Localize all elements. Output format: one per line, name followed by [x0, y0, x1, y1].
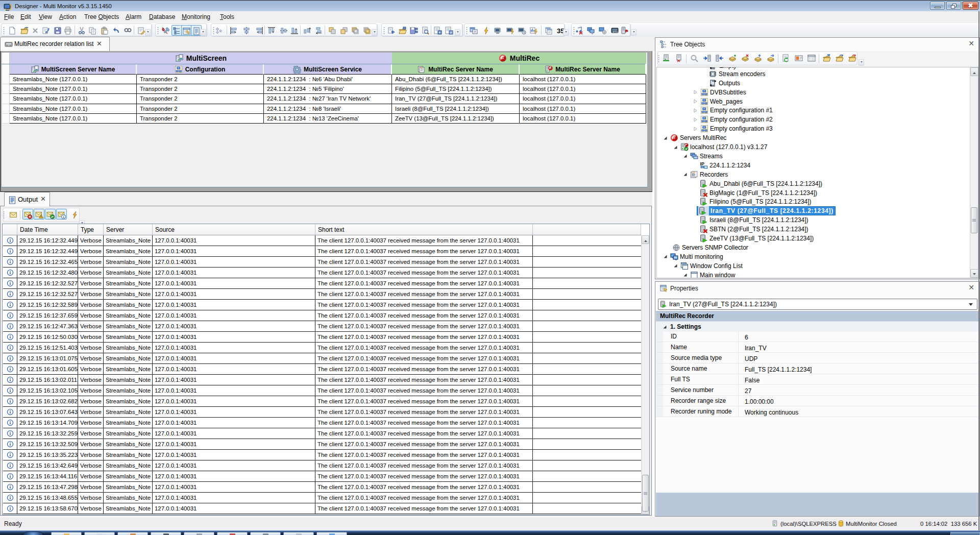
svg-text:IP: IP	[700, 161, 705, 166]
svg-text:MPEG: MPEG	[612, 31, 618, 33]
